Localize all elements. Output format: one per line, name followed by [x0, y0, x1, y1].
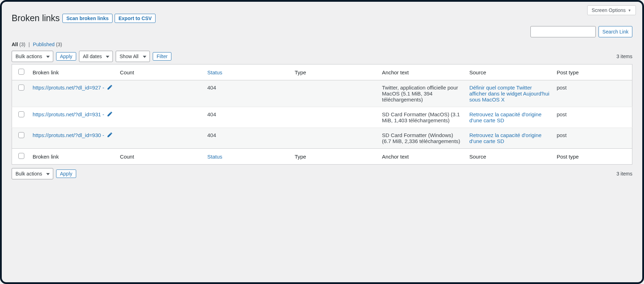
row-checkbox[interactable]	[18, 85, 24, 91]
view-filters: All (3) | Published (3)	[12, 42, 632, 47]
scan-broken-links-button[interactable]: Scan broken links	[62, 14, 113, 23]
search-link-button[interactable]: Search Link	[599, 26, 632, 37]
row-checkbox[interactable]	[18, 111, 24, 117]
row-post-type: post	[553, 128, 632, 149]
row-type	[291, 80, 378, 107]
col-header-source: Source	[466, 64, 553, 80]
filter-button[interactable]: Filter	[153, 52, 171, 61]
pencil-icon[interactable]	[107, 85, 112, 92]
chevron-down-icon: ▼	[628, 8, 631, 12]
items-count-bottom: 3 items	[616, 171, 632, 177]
select-all-checkbox-bottom[interactable]	[18, 153, 24, 159]
col-header-broken-link: Broken link	[29, 64, 116, 80]
row-anchor: Twitter, application officielle pour Mac…	[378, 80, 466, 107]
apply-button-bottom[interactable]: Apply	[56, 169, 76, 178]
apply-button-top[interactable]: Apply	[56, 52, 76, 61]
select-all-checkbox-top[interactable]	[18, 69, 24, 75]
table-row: https://protuts.net/?dl_id=927 - 404Twit…	[12, 80, 632, 107]
row-count	[116, 80, 204, 107]
filter-all-count: (3)	[19, 42, 25, 47]
row-count	[116, 128, 204, 149]
broken-link-url[interactable]: https://protuts.net/?dl_id=927 -	[32, 85, 104, 91]
page-title: Broken links	[12, 13, 60, 23]
date-filter-select[interactable]: All dates	[79, 51, 113, 62]
bulk-actions-select-top[interactable]: Bulk actions	[12, 51, 53, 62]
col-header-type: Type	[291, 64, 378, 80]
row-post-type: post	[553, 107, 632, 128]
show-filter-select[interactable]: Show All	[116, 51, 150, 62]
row-status: 404	[204, 107, 291, 128]
col-header-post-type: Post type	[553, 64, 632, 80]
screen-options-label: Screen Options	[592, 7, 626, 13]
broken-links-table: Broken link Count Status Type Anchor tex…	[12, 64, 632, 165]
row-anchor: SD Card Formatter (MacOS) (3.1 MiB, 1,40…	[378, 107, 466, 128]
col-footer-type: Type	[291, 149, 378, 165]
row-status: 404	[204, 128, 291, 149]
items-count-top: 3 items	[616, 54, 632, 59]
export-to-csv-button[interactable]: Export to CSV	[115, 14, 156, 23]
col-header-count: Count	[116, 64, 204, 80]
pencil-icon[interactable]	[107, 132, 112, 139]
screen-options-button[interactable]: Screen Options ▼	[587, 5, 636, 15]
filter-all-label: All	[12, 42, 18, 47]
row-type	[291, 128, 378, 149]
col-footer-source: Source	[466, 149, 553, 165]
row-source-link[interactable]: Retrouvez la capacité d'origine d'une ca…	[469, 111, 542, 123]
col-header-status[interactable]: Status	[207, 69, 223, 75]
col-footer-broken-link: Broken link	[29, 149, 116, 165]
row-source-link[interactable]: Définir quel compte Twitter afficher dan…	[469, 85, 549, 103]
pencil-icon[interactable]	[107, 112, 112, 118]
row-source-link[interactable]: Retrouvez la capacité d'origine d'une ca…	[469, 132, 542, 144]
row-type	[291, 107, 378, 128]
col-footer-anchor: Anchor text	[378, 149, 466, 165]
row-post-type: post	[553, 80, 632, 107]
broken-link-url[interactable]: https://protuts.net/?dl_id=930 -	[32, 132, 104, 138]
filter-separator: |	[29, 42, 30, 47]
row-anchor: SD Card Formatter (Windows) (6.7 MiB, 2,…	[378, 128, 466, 149]
row-status: 404	[204, 80, 291, 107]
search-input[interactable]	[530, 26, 596, 37]
filter-published-link[interactable]: Published	[33, 42, 55, 47]
col-footer-count: Count	[116, 149, 204, 165]
col-footer-status[interactable]: Status	[207, 154, 223, 160]
bulk-actions-select-bottom[interactable]: Bulk actions	[12, 168, 53, 179]
col-header-anchor: Anchor text	[378, 64, 466, 80]
table-row: https://protuts.net/?dl_id=931 - 404SD C…	[12, 107, 632, 128]
row-count	[116, 107, 204, 128]
broken-link-url[interactable]: https://protuts.net/?dl_id=931 -	[32, 111, 104, 117]
col-footer-post-type: Post type	[553, 149, 632, 165]
row-checkbox[interactable]	[18, 132, 24, 138]
filter-published-count: (3)	[56, 42, 62, 47]
table-row: https://protuts.net/?dl_id=930 - 404SD C…	[12, 128, 632, 149]
